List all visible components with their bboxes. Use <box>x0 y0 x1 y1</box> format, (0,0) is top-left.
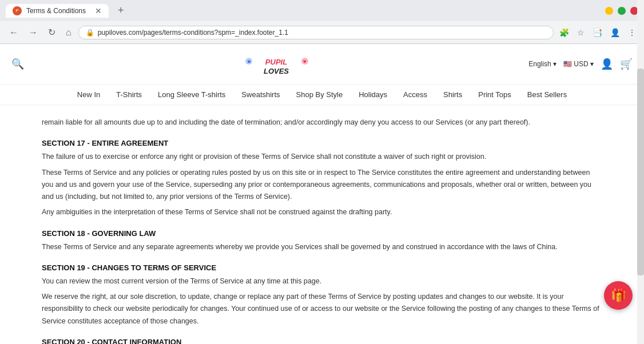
section-17-heading: SECTION 17 - ENTIRE AGREEMENT <box>42 139 602 147</box>
address-bar[interactable]: 🔒 <box>78 26 554 39</box>
nav-long-sleeve[interactable]: Long Sleeve T-shirts <box>158 90 225 99</box>
chatbot-icon: 🎁 <box>611 288 626 303</box>
nav-shirts[interactable]: Shirts <box>443 90 462 99</box>
browser-toolbar: ← → ↻ ⌂ 🔒 🧩 ☆ 📑 👤 ⋮ <box>0 21 644 43</box>
favicon: P <box>13 6 22 15</box>
section-19-heading: SECTION 19 - CHANGES TO TERMS OF SERVICE <box>42 263 602 272</box>
browser-titlebar: P Terms & Conditions ✕ + <box>0 0 644 21</box>
scroll-thumb[interactable] <box>637 69 644 275</box>
above-text: remain liable for all amounts due up to … <box>42 117 602 129</box>
currency-selector[interactable]: 🇺🇸 USD ▾ <box>563 60 594 68</box>
section-19-para-1: You can review the most current version … <box>42 275 602 287</box>
svg-text:★: ★ <box>247 58 252 65</box>
scrollbar[interactable] <box>637 0 644 344</box>
window-controls <box>605 7 638 15</box>
language-label: English <box>528 60 551 68</box>
logo-svg: PUPIL LOVES ♥ ★ <box>236 50 316 78</box>
nav-shop-by-style[interactable]: Shop By Style <box>296 90 343 99</box>
extension-button[interactable]: 🧩 <box>557 26 571 39</box>
nav-access[interactable]: Access <box>403 90 427 99</box>
menu-button[interactable]: ⋮ <box>626 26 638 39</box>
nav-sweatshirts[interactable]: Sweatshirts <box>241 90 280 99</box>
minimize-button[interactable] <box>605 7 613 15</box>
home-button[interactable]: ⌂ <box>62 25 75 40</box>
close-tab-button[interactable]: ✕ <box>95 6 102 15</box>
section-20: SECTION 20 - CONTACT INFORMATION Questio… <box>42 338 602 344</box>
header-right: English ▾ 🇺🇸 USD ▾ 👤 🛒 <box>528 58 633 70</box>
section-17: SECTION 17 - ENTIRE AGREEMENT The failur… <box>42 139 602 218</box>
site-navigation: New In T-Shirts Long Sleeve T-shirts Swe… <box>0 85 644 105</box>
search-button[interactable]: 🔍 <box>11 58 24 70</box>
cart-button[interactable]: 🛒 <box>620 58 633 70</box>
header-left: 🔍 <box>11 58 24 70</box>
restore-button[interactable] <box>618 7 626 15</box>
url-input[interactable] <box>98 29 546 37</box>
logo: PUPIL LOVES ♥ ★ <box>24 50 528 78</box>
svg-text:PUPIL: PUPIL <box>265 58 287 66</box>
nav-best-sellers[interactable]: Best Sellers <box>527 90 567 99</box>
nav-print-tops[interactable]: Print Tops <box>478 90 511 99</box>
section-19-para-2: We reserve the right, at our sole discre… <box>42 291 602 327</box>
refresh-button[interactable]: ↻ <box>45 25 59 40</box>
nav-new-in[interactable]: New In <box>77 90 100 99</box>
favicon-text: P <box>15 8 18 13</box>
nav-holidays[interactable]: Holidays <box>359 90 387 99</box>
svg-text:LOVES: LOVES <box>264 67 289 75</box>
account-button[interactable]: 👤 <box>601 58 613 70</box>
lock-icon: 🔒 <box>86 29 94 37</box>
main-content: remain liable for all amounts due up to … <box>7 105 637 344</box>
toolbar-icons: 🧩 ☆ 📑 👤 ⋮ <box>557 26 638 39</box>
logo-image: PUPIL LOVES ♥ ★ <box>236 50 316 78</box>
section-17-para-1: The failure of us to exercise or enforce… <box>42 151 602 163</box>
new-tab-button[interactable]: + <box>113 3 129 18</box>
site-header: 🔍 PUPIL LOVES ♥ ★ English ▾ <box>0 44 644 85</box>
browser-chrome: P Terms & Conditions ✕ + ← → ↻ ⌂ 🔒 🧩 ☆ 📑… <box>0 0 644 44</box>
section-20-heading: SECTION 20 - CONTACT INFORMATION <box>42 338 602 344</box>
browser-tab[interactable]: P Terms & Conditions ✕ <box>6 4 109 18</box>
svg-text:♥: ♥ <box>303 58 307 65</box>
back-button[interactable]: ← <box>6 25 22 40</box>
forward-button[interactable]: → <box>25 25 41 40</box>
tab-title: Terms & Conditions <box>26 7 90 15</box>
account-chrome-button[interactable]: 👤 <box>608 26 622 39</box>
currency-label: USD <box>574 60 588 68</box>
reading-list-button[interactable]: 📑 <box>590 26 605 39</box>
section-18-heading: SECTION 18 - GOVERNING LAW <box>42 229 602 238</box>
bookmark-star-button[interactable]: ☆ <box>575 26 587 39</box>
section-18-para-1: These Terms of Service and any separate … <box>42 241 602 253</box>
website: 🔍 PUPIL LOVES ♥ ★ English ▾ <box>0 44 644 344</box>
section-19: SECTION 19 - CHANGES TO TERMS OF SERVICE… <box>42 263 602 327</box>
chatbot-button[interactable]: 🎁 <box>604 281 633 310</box>
nav-t-shirts[interactable]: T-Shirts <box>116 90 142 99</box>
section-18: SECTION 18 - GOVERNING LAW These Terms o… <box>42 229 602 253</box>
section-17-para-2: These Terms of Service and any policies … <box>42 167 602 203</box>
section-17-para-3: Any ambiguities in the interpretation of… <box>42 206 602 218</box>
language-selector[interactable]: English ▾ <box>528 60 556 68</box>
